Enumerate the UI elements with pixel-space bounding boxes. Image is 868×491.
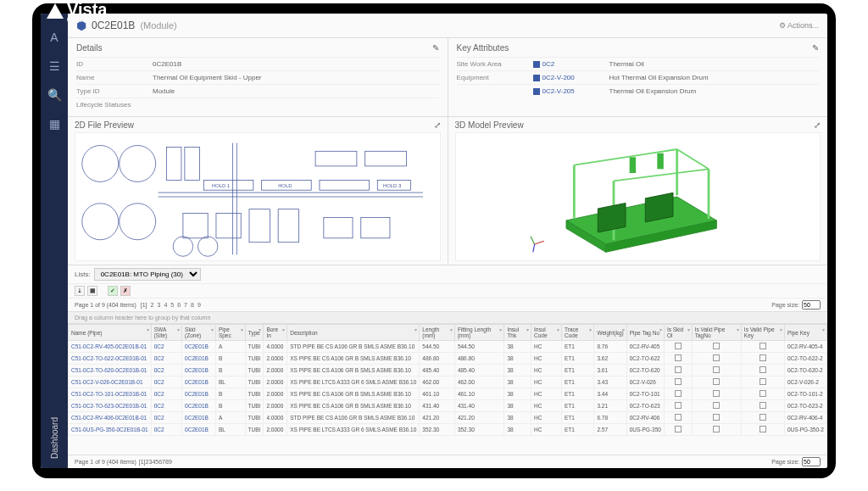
checkbox[interactable] <box>760 426 766 432</box>
checkbox[interactable] <box>713 343 720 349</box>
edit-icon[interactable]: ✎ <box>432 43 439 53</box>
pipe-link[interactable]: C51-0C2-V-026-0C2E01B-01 <box>69 377 152 388</box>
checkbox[interactable] <box>760 354 766 361</box>
filter-icon[interactable]: ▾ <box>415 326 417 332</box>
checkbox[interactable] <box>675 343 682 349</box>
expand-icon[interactable]: ⤢ <box>814 120 821 130</box>
column-header[interactable]: Insul Thk▾ <box>504 325 531 341</box>
list-select[interactable]: 0C2E01B: MTO Piping (30) <box>94 268 201 281</box>
column-header[interactable]: Name (Pipe)▾ <box>69 325 152 341</box>
column-header[interactable]: Is Skid Ol▾ <box>664 325 692 341</box>
skid-link[interactable]: 0C2E01B <box>182 400 216 412</box>
page-link[interactable]: 8 <box>189 302 196 308</box>
pipe-link[interactable]: C51-0C2-TO-622-0C2E01B-01 <box>69 353 152 365</box>
column-header[interactable]: Pipe Tag No▾ <box>626 325 664 341</box>
checkbox[interactable] <box>713 402 720 409</box>
checkbox[interactable] <box>713 366 720 373</box>
filter-icon[interactable]: ▾ <box>622 326 625 332</box>
preview-2d-body[interactable]: HOLD 1 HOLD HOLD 3 <box>75 132 441 261</box>
column-header[interactable]: Fitting Length (mm)▾ <box>454 325 504 341</box>
nav-home-icon[interactable]: A <box>50 31 58 44</box>
skid-link[interactable]: 0C2E01B <box>182 377 216 388</box>
approve-button[interactable]: ✓ <box>108 286 118 296</box>
swa-link[interactable]: 0C2 <box>151 353 181 365</box>
pipe-link[interactable]: C51-0US-PG-350-0C2E01B-01 <box>69 424 152 436</box>
table-row[interactable]: C51-0US-PG-350-0C2E01B-01 0C2 0C2E01B BL… <box>69 424 827 436</box>
skid-link[interactable]: 0C2E01B <box>182 365 216 377</box>
swa-link[interactable]: 0C2 <box>151 412 181 424</box>
checkbox[interactable] <box>760 414 766 421</box>
column-header[interactable]: Is Valid Pipe Key▾ <box>741 325 784 341</box>
export-button[interactable]: ⤓ <box>75 286 85 296</box>
skid-link[interactable]: 0C2E01B <box>182 412 216 424</box>
page-size-input[interactable] <box>802 300 821 310</box>
swa-link[interactable]: 0C2 <box>151 400 181 412</box>
checkbox[interactable] <box>760 402 766 409</box>
swa-link[interactable]: 0C2 <box>151 377 181 388</box>
skid-link[interactable]: 0C2E01B <box>182 424 216 436</box>
column-header[interactable]: Trace Code▾ <box>561 325 593 341</box>
page-link[interactable]: 5 <box>169 302 175 308</box>
filter-icon[interactable]: ▾ <box>780 326 782 332</box>
column-header[interactable]: Bore In▾ <box>264 325 287 341</box>
swa-link[interactable]: 0C2 <box>151 365 181 377</box>
checkbox[interactable] <box>760 343 766 349</box>
filter-icon[interactable]: ▾ <box>450 326 453 332</box>
table-row[interactable]: C51-0C2-V-026-0C2E01B-01 0C2 0C2E01B BLT… <box>69 377 827 388</box>
checkbox[interactable] <box>675 402 682 409</box>
checkbox[interactable] <box>675 378 682 385</box>
checkbox[interactable] <box>713 354 720 361</box>
filter-button[interactable]: ▦ <box>87 286 97 296</box>
nav-search-icon[interactable]: 🔍 <box>47 88 62 102</box>
filter-icon[interactable]: ▾ <box>687 326 690 332</box>
swa-link[interactable]: 0C2 <box>151 388 181 400</box>
page-link[interactable]: 9 <box>169 459 172 465</box>
column-header[interactable]: Length (mm)▾ <box>420 325 455 341</box>
reject-button[interactable]: ✗ <box>120 286 131 296</box>
pipe-link[interactable]: C51-0C2-TO-623-0C2E01B-01 <box>69 400 152 412</box>
link[interactable]: 0C2 <box>533 60 609 68</box>
column-header[interactable]: Is Valid Pipe TagNo▾ <box>692 325 741 341</box>
page-link[interactable]: 6 <box>175 302 182 308</box>
pipe-link[interactable]: C51-0C2-RV-405-0C2E01B-01 <box>69 341 152 353</box>
link[interactable]: 0C2-V-205 <box>533 87 609 95</box>
column-header[interactable]: Description▾ <box>287 325 420 341</box>
checkbox[interactable] <box>713 414 720 421</box>
edit-icon[interactable]: ✎ <box>812 43 819 53</box>
pipe-link[interactable]: C51-0C2-RV-406-0C2E01B-01 <box>69 412 152 424</box>
page-link[interactable]: [1] <box>139 302 149 308</box>
checkbox[interactable] <box>675 426 682 432</box>
filter-icon[interactable]: ▾ <box>282 326 285 332</box>
skid-link[interactable]: 0C2E01B <box>182 388 216 400</box>
checkbox[interactable] <box>675 414 682 421</box>
table-row[interactable]: C51-0C2-RV-405-0C2E01B-01 0C2 0C2E01B AT… <box>69 341 827 353</box>
column-header[interactable]: Insul Code▾ <box>531 325 561 341</box>
filter-icon[interactable]: ▾ <box>177 326 180 332</box>
column-header[interactable]: Weight(kg)▾ <box>594 325 626 341</box>
skid-link[interactable]: 0C2E01B <box>182 341 216 353</box>
swa-link[interactable]: 0C2 <box>151 341 181 353</box>
link[interactable]: 0C2-V-200 <box>533 74 609 81</box>
group-hint[interactable]: Drag a column header here to group by th… <box>68 312 827 324</box>
filter-icon[interactable]: ▾ <box>241 326 243 332</box>
filter-icon[interactable]: ▾ <box>147 326 149 332</box>
checkbox[interactable] <box>760 378 766 385</box>
preview-3d-body[interactable] <box>455 132 821 261</box>
checkbox[interactable] <box>675 390 682 397</box>
page-link[interactable]: 7 <box>182 302 189 308</box>
nav-list-icon[interactable]: ☰ <box>49 59 60 73</box>
filter-icon[interactable]: ▾ <box>822 326 825 332</box>
filter-icon[interactable]: ▾ <box>211 326 214 332</box>
filter-icon[interactable]: ▾ <box>557 326 559 332</box>
filter-icon[interactable]: ▾ <box>499 326 502 332</box>
page-size-input-bottom[interactable] <box>802 457 821 466</box>
swa-link[interactable]: 0C2 <box>151 424 181 436</box>
page-link[interactable]: 9 <box>196 302 203 308</box>
expand-icon[interactable]: ⤢ <box>434 120 441 130</box>
pipe-link[interactable]: C51-0C2-TO-620-0C2E01B-01 <box>69 365 152 377</box>
checkbox[interactable] <box>713 426 720 432</box>
skid-link[interactable]: 0C2E01B <box>182 353 216 365</box>
column-header[interactable]: Pipe Key▾ <box>784 325 826 341</box>
filter-icon[interactable]: ▾ <box>526 326 529 332</box>
table-row[interactable]: C51-0C2-TO-101-0C2E01B-01 0C2 0C2E01B BT… <box>69 388 827 400</box>
